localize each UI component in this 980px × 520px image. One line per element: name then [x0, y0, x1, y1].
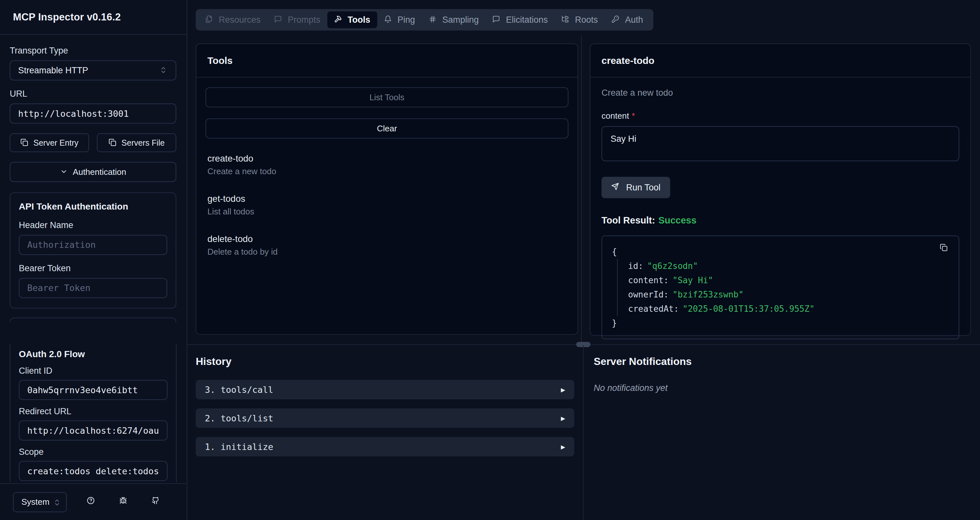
- status-badge: Success: [658, 215, 697, 225]
- authentication-label: Authentication: [73, 167, 126, 177]
- key-icon: [611, 15, 621, 25]
- scope-input[interactable]: [19, 461, 167, 481]
- tab-auth[interactable]: Auth: [605, 11, 650, 28]
- client-id-input[interactable]: [19, 380, 167, 400]
- github-button[interactable]: [152, 497, 163, 508]
- list-item[interactable]: delete-todo Delete a todo by id: [207, 233, 566, 257]
- json-open-brace: {: [612, 245, 949, 259]
- tools-panel: Tools List Tools Clear create-todo Creat…: [196, 43, 578, 335]
- tool-description: Delete a todo by id: [207, 246, 566, 257]
- tab-tools[interactable]: Tools: [327, 11, 377, 28]
- client-id-label: Client ID: [19, 366, 167, 376]
- tool-name: create-todo: [207, 153, 566, 164]
- help-button[interactable]: [87, 497, 98, 508]
- tab-bar: Resources Prompts Tools Ping Sampling El…: [196, 9, 653, 30]
- history-row[interactable]: 2. tools/list ▶: [196, 408, 574, 428]
- report-bug-button[interactable]: [119, 497, 130, 508]
- tool-result-json: { id:"q6z2sodn" content:"Say Hi" ownerId…: [601, 236, 959, 339]
- tab-label: Roots: [575, 15, 598, 25]
- url-input[interactable]: [10, 104, 176, 124]
- json-value: "Say Hi": [673, 275, 713, 285]
- bottom-vertical-divider: [583, 345, 584, 520]
- run-tool-label: Run Tool: [626, 183, 660, 193]
- history-panel: History 3. tools/call ▶ 2. tools/list ▶ …: [196, 356, 574, 466]
- sidebar-scroll-area[interactable]: Transport Type Streamable HTTP URL Serve…: [0, 35, 186, 322]
- json-key: content:: [628, 275, 668, 285]
- tab-label: Auth: [625, 15, 643, 25]
- oauth-card: OAuth 2.0 Flow Client ID Redirect URL Sc…: [10, 345, 177, 482]
- history-row[interactable]: 1. initialize ▶: [196, 437, 574, 456]
- files-icon: [205, 15, 215, 25]
- tab-elicitations[interactable]: Elicitations: [485, 11, 555, 28]
- list-tools-button[interactable]: List Tools: [205, 87, 568, 107]
- tab-resources[interactable]: Resources: [198, 11, 267, 28]
- copy-icon: [108, 139, 117, 147]
- server-entry-button[interactable]: Server Entry: [10, 133, 89, 152]
- copy-icon: [21, 139, 29, 147]
- tool-result-line: Tool Result:Success: [601, 215, 959, 226]
- sidebar-header: MCP Inspector v0.16.2: [0, 0, 187, 35]
- servers-file-button[interactable]: Servers File: [97, 133, 176, 152]
- content-field[interactable]: Say Hi: [601, 126, 959, 161]
- tool-detail-description: Create a new todo: [601, 88, 959, 98]
- tools-panel-header: Tools: [196, 44, 578, 78]
- json-key: ownerId:: [628, 290, 668, 300]
- help-circle-icon: [87, 497, 98, 508]
- tab-label: Tools: [348, 15, 371, 25]
- expand-icon: ▶: [561, 414, 565, 423]
- header-name-input[interactable]: [19, 235, 167, 255]
- bug-icon: [119, 497, 130, 508]
- chevrons-up-down-icon: [53, 499, 60, 506]
- tab-ping[interactable]: Ping: [377, 11, 422, 28]
- api-token-auth-title: API Token Authentication: [19, 201, 167, 212]
- content-field-label: content*: [601, 111, 959, 121]
- tab-roots[interactable]: Roots: [555, 11, 605, 28]
- main-area: Resources Prompts Tools Ping Sampling El…: [187, 0, 980, 520]
- tab-label: Ping: [398, 15, 415, 25]
- transport-type-select[interactable]: Streamable HTTP: [10, 61, 176, 80]
- copy-result-button[interactable]: [940, 243, 951, 254]
- list-item[interactable]: get-todos List all todos: [207, 193, 566, 217]
- tool-detail-header: create-todo: [590, 44, 970, 78]
- history-entry-label: 3. tools/call: [205, 385, 273, 395]
- redirect-url-input[interactable]: [19, 420, 167, 440]
- chevrons-up-down-icon: [159, 66, 168, 75]
- message-square-icon: [492, 15, 502, 25]
- list-item[interactable]: create-todo Create a new todo: [207, 153, 566, 177]
- tool-description: List all todos: [207, 206, 566, 217]
- tab-sampling[interactable]: Sampling: [422, 11, 486, 28]
- url-label: URL: [10, 89, 176, 99]
- tab-prompts[interactable]: Prompts: [267, 11, 327, 28]
- json-value: "q6z2sodn": [647, 261, 698, 271]
- tab-label: Resources: [219, 15, 261, 25]
- tool-name: get-todos: [207, 193, 566, 205]
- tool-result-label: Tool Result:: [601, 215, 655, 225]
- chevron-down-icon: [60, 168, 68, 176]
- authentication-toggle[interactable]: Authentication: [10, 162, 176, 182]
- send-icon: [611, 183, 621, 192]
- expand-icon: ▶: [561, 443, 565, 451]
- json-entries: id:"q6z2sodn" content:"Say Hi" ownerId:"…: [617, 259, 949, 316]
- history-row[interactable]: 3. tools/call ▶: [196, 380, 574, 399]
- history-title: History: [196, 356, 574, 367]
- clear-tools-button[interactable]: Clear: [205, 118, 568, 139]
- tool-description: Create a new todo: [207, 166, 566, 177]
- bearer-token-input[interactable]: [19, 278, 167, 298]
- field-label-text: content: [601, 111, 629, 121]
- sidebar-footer: System: [0, 483, 186, 520]
- required-marker: *: [632, 111, 635, 121]
- tool-detail-title: create-todo: [601, 55, 654, 66]
- api-token-auth-card: API Token Authentication Header Name Bea…: [10, 192, 176, 308]
- vertical-splitter[interactable]: [581, 36, 582, 344]
- sidebar: MCP Inspector v0.16.2 Transport Type Str…: [0, 0, 187, 520]
- oauth-section: OAuth 2.0 Flow Client ID Redirect URL Sc…: [10, 345, 177, 482]
- folder-tree-icon: [561, 15, 571, 25]
- run-tool-button[interactable]: Run Tool: [601, 177, 670, 198]
- json-key: id:: [628, 261, 643, 271]
- oauth-title: OAuth 2.0 Flow: [19, 349, 167, 359]
- json-value: "bzif253zswnb": [673, 290, 743, 300]
- bearer-token-label: Bearer Token: [19, 263, 167, 273]
- hash-icon: [429, 15, 438, 25]
- json-close-brace: }: [612, 316, 949, 330]
- theme-select[interactable]: System: [13, 492, 67, 512]
